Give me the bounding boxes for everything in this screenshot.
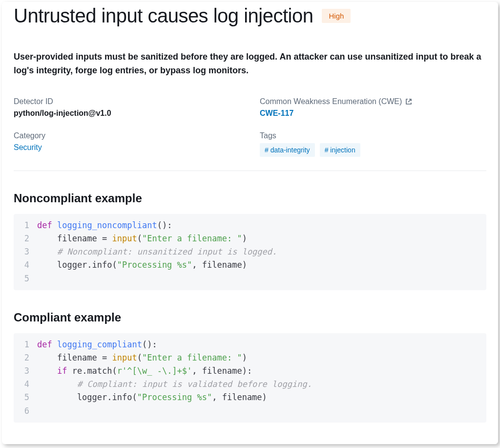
tags-row: data-integrityinjection [260,143,486,157]
noncompliant-code-block: 1def logging_noncompliant():2 filename =… [14,214,486,290]
code-line: 6 [14,405,486,418]
tag-data-integrity[interactable]: data-integrity [260,143,315,157]
code-line: 1def logging_compliant(): [14,338,486,351]
noncompliant-heading: Noncompliant example [14,192,486,205]
line-number: 1 [14,338,37,351]
title-row: Untrusted input causes log injection Hig… [14,2,486,27]
compliant-code-block: 1def logging_compliant():2 filename = in… [14,333,486,423]
detector-id-block: Detector ID python/log-injection@v1.0 [14,97,240,118]
line-number: 4 [14,378,37,391]
code-line: 4 logger.info("Processing %s", filename) [14,258,486,272]
category-label: Category [14,131,240,140]
cwe-label: Common Weakness Enumeration (CWE) [260,97,486,106]
compliant-heading: Compliant example [14,311,486,324]
line-number: 2 [14,232,37,245]
category-block: Category Security [14,131,240,157]
code-line: 2 filename = input("Enter a filename: ") [14,351,486,364]
meta-grid: Detector ID python/log-injection@v1.0 Co… [14,97,486,171]
cwe-link[interactable]: CWE-117 [260,109,293,117]
code-line: 4 # Compliant: input is validated before… [14,378,486,391]
cwe-block: Common Weakness Enumeration (CWE) CWE-11… [260,97,486,118]
code-line: 3 if re.match(r'^[\w_ -\.]+$', filename)… [14,364,486,378]
tag-injection[interactable]: injection [320,143,360,157]
code-line: 3 # Noncompliant: unsanitized input is l… [14,245,486,258]
tags-label: Tags [260,131,486,140]
code-line: 5 [14,272,486,285]
external-link-icon[interactable] [405,98,413,106]
category-link[interactable]: Security [14,143,42,151]
code-line: 1def logging_noncompliant(): [14,219,486,232]
severity-badge: High [322,9,351,23]
line-number: 3 [14,364,37,378]
line-number: 4 [14,258,37,272]
code-line: 5 logger.info("Processing %s", filename) [14,391,486,404]
line-number: 3 [14,245,37,258]
line-number: 5 [14,272,37,285]
page-container: Untrusted input causes log injection Hig… [2,2,498,444]
description-text: User-provided inputs must be sanitized b… [14,50,486,78]
detector-id-label: Detector ID [14,97,240,106]
line-number: 1 [14,219,37,232]
line-number: 6 [14,405,37,418]
page-title: Untrusted input causes log injection [14,5,313,27]
line-number: 5 [14,391,37,404]
tags-block: Tags data-integrityinjection [260,131,486,157]
detector-id-value: python/log-injection@v1.0 [14,109,240,118]
code-line: 2 filename = input("Enter a filename: ") [14,232,486,245]
line-number: 2 [14,351,37,364]
